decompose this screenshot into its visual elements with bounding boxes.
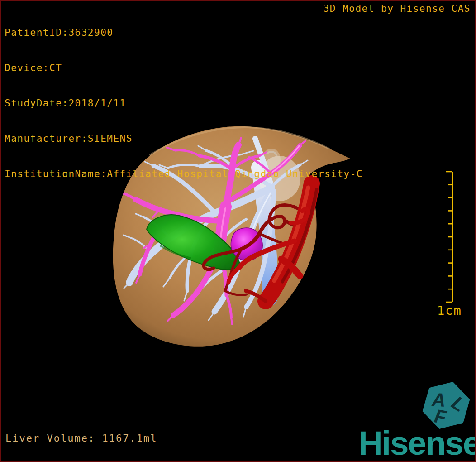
hisense-wordmark: Hisense — [358, 427, 476, 460]
liver-volume-readout: Liver Volume: 1167.1ml — [5, 433, 157, 444]
study-date-line: StudyDate:2018/1/11 — [5, 97, 363, 109]
patient-info-block: PatientID:3632900 Device:CT StudyDate:20… — [5, 3, 363, 203]
scale-label: 1cm — [437, 303, 462, 318]
viewer-canvas[interactable]: PatientID:3632900 Device:CT StudyDate:20… — [0, 0, 476, 462]
manufacturer-line: Manufacturer:SIEMENS — [5, 133, 363, 144]
patient-id-line: PatientID:3632900 — [5, 27, 363, 38]
ruler-ticks — [446, 172, 452, 302]
scale-ruler — [434, 166, 462, 311]
model-title: 3D Model by Hisense CAS — [324, 3, 471, 14]
institution-line: InstitutionName:Affiliated Hospital Qing… — [5, 168, 363, 180]
device-line: Device:CT — [5, 62, 363, 74]
